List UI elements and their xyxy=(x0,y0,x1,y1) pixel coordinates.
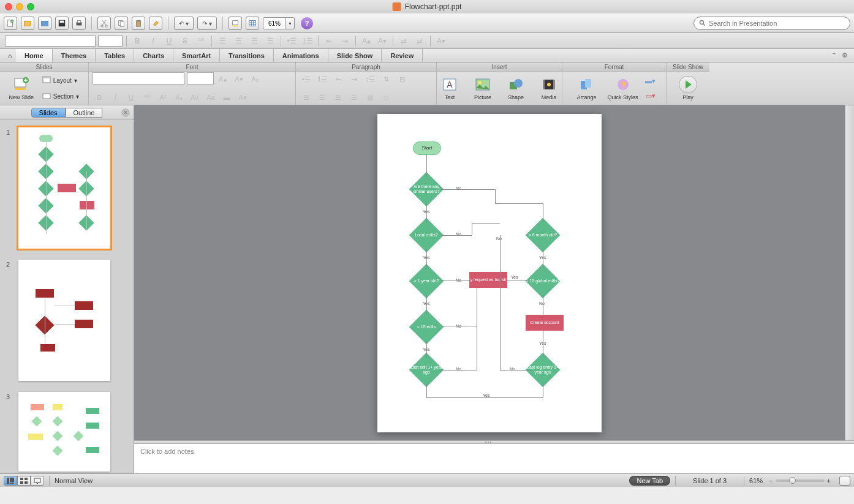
open-url-button[interactable] xyxy=(38,17,51,30)
zoom-in-icon[interactable]: + xyxy=(827,477,831,484)
new-slide-button[interactable]: New Slide xyxy=(6,72,37,104)
fill-color-button[interactable]: ▬▾ xyxy=(644,74,657,88)
change-case-button[interactable]: Aa xyxy=(204,91,217,104)
decrease-font-button[interactable]: A▾ xyxy=(376,35,389,47)
columns-button[interactable]: ▥ xyxy=(363,91,377,104)
bullets-button[interactable]: •☰ xyxy=(285,35,298,47)
copy-button[interactable] xyxy=(115,17,128,30)
search-input[interactable] xyxy=(709,20,845,27)
ribbon-fontsize-combo[interactable] xyxy=(187,72,214,85)
fc-decision-last-log[interactable]: Last log entry 1+ year ago xyxy=(526,353,560,387)
slide-thumbnail-2[interactable] xyxy=(18,260,110,381)
fc-decision-15-global[interactable]: > 15 global edits? xyxy=(526,264,560,298)
cut-button[interactable] xyxy=(97,17,111,30)
tab-home[interactable]: Home xyxy=(16,49,53,62)
save-button[interactable] xyxy=(55,17,69,30)
tab-tables[interactable]: Tables xyxy=(96,49,134,62)
ribbon-align-right[interactable]: ☰ xyxy=(331,91,345,104)
strikethrough-button[interactable]: S xyxy=(178,35,192,47)
convert-smartart-button[interactable]: ◇ xyxy=(379,91,393,104)
text-direction-button[interactable]: ⇄ xyxy=(397,35,410,47)
sidebar-tab-outline[interactable]: Outline xyxy=(66,108,103,118)
zoom-dropdown[interactable]: ▼ xyxy=(286,17,295,29)
help-button[interactable]: ? xyxy=(301,17,313,29)
ribbon-superscript[interactable]: A² xyxy=(156,91,170,104)
zoom-out-icon[interactable]: − xyxy=(769,477,773,484)
vertical-scrollbar[interactable] xyxy=(845,105,854,440)
sorter-view-button[interactable] xyxy=(17,476,31,486)
clear-format-button[interactable]: ᴬᴮ xyxy=(194,35,208,47)
fc-decision-local-edits[interactable]: Local edits? xyxy=(409,218,444,252)
window-zoom-button[interactable] xyxy=(27,3,34,10)
increase-font-button[interactable]: A▴ xyxy=(360,35,373,47)
new-doc-button[interactable] xyxy=(4,17,17,30)
layout-button[interactable]: Layout ▾ xyxy=(39,73,82,87)
ribbon-align-left[interactable]: ☰ xyxy=(300,91,313,104)
play-button[interactable]: Play xyxy=(673,72,703,104)
fit-to-window-button[interactable] xyxy=(839,476,850,486)
ribbon-justify[interactable]: ☰ xyxy=(347,91,361,104)
ribbon-italic[interactable]: I xyxy=(108,91,122,104)
paste-button[interactable] xyxy=(132,17,145,30)
insert-media-button[interactable]: Media xyxy=(534,72,564,104)
fc-decision-15-edits[interactable]: < 15 edits xyxy=(409,310,444,344)
sidebar-tab-slides[interactable]: Slides xyxy=(31,108,66,118)
ribbon-align-center[interactable]: ☰ xyxy=(316,91,329,104)
font-name-combo[interactable] xyxy=(5,36,96,47)
ribbon-font-combo[interactable] xyxy=(93,72,184,85)
numbering-button[interactable]: 1☰ xyxy=(301,35,314,47)
fc-decision-last-edit[interactable]: Last edit 1+ year ago xyxy=(409,353,444,387)
slide-thumbnail-3[interactable] xyxy=(18,392,110,472)
align-right-button[interactable]: ☰ xyxy=(248,35,261,47)
justify-button[interactable]: ☰ xyxy=(263,35,277,47)
ribbon-strike[interactable]: ᴬᴮ xyxy=(140,91,154,104)
fc-decision-6-month[interactable]: > 6 month old? xyxy=(526,218,560,252)
tab-themes[interactable]: Themes xyxy=(53,49,96,62)
ribbon-settings-icon[interactable]: ⚙ xyxy=(842,51,848,59)
shrink-font-button[interactable]: A▾ xyxy=(232,72,246,86)
increase-indent-button[interactable]: ⇥ xyxy=(338,35,352,47)
tab-review[interactable]: Review xyxy=(382,49,423,62)
highlight-button[interactable]: ▬ xyxy=(220,91,233,104)
fc-process-create-account[interactable]: Create account xyxy=(526,315,564,331)
align-center-button[interactable]: ☰ xyxy=(232,35,245,47)
font-color-button[interactable]: A▾ xyxy=(434,35,448,47)
font-size-combo[interactable] xyxy=(98,36,123,47)
clear-formatting-button[interactable]: Aᵦ xyxy=(248,72,262,86)
arrange-button[interactable]: Arrange xyxy=(572,72,602,104)
char-spacing-button[interactable]: AV xyxy=(188,91,202,104)
slideshow-view-button[interactable] xyxy=(31,476,44,486)
sidebar-close-button[interactable]: ✕ xyxy=(121,108,130,117)
fc-start[interactable]: Start xyxy=(413,141,441,155)
new-tab-pill[interactable]: New Tab xyxy=(629,476,670,486)
new-slide-toolbar-button[interactable] xyxy=(229,17,242,30)
ribbon-bold[interactable]: B xyxy=(93,91,106,104)
text-direction2-button[interactable]: ⇄ xyxy=(413,35,426,47)
tab-smartart[interactable]: SmartArt xyxy=(173,49,220,62)
align-text-ribbon[interactable]: ⊟ xyxy=(395,72,409,86)
window-close-button[interactable] xyxy=(5,3,12,10)
insert-text-button[interactable]: AText xyxy=(434,72,465,104)
ribbon-numbering[interactable]: 1☰ xyxy=(316,72,329,86)
slide[interactable]: Start Are there any similar users? No Ye… xyxy=(377,114,602,432)
insert-shape-button[interactable]: Shape xyxy=(501,72,531,104)
text-direction-ribbon[interactable]: ⇅ xyxy=(379,72,393,86)
slide-thumbnail-1[interactable] xyxy=(18,127,110,249)
tab-slideshow[interactable]: Slide Show xyxy=(328,49,382,62)
home-icon[interactable]: ⌂ xyxy=(4,49,16,62)
tab-transitions[interactable]: Transitions xyxy=(220,49,274,62)
line-spacing-button[interactable]: ↕☰ xyxy=(363,72,377,86)
collapse-ribbon-button[interactable]: ⌃ xyxy=(831,51,837,59)
print-button[interactable] xyxy=(72,17,86,30)
format-painter-button[interactable] xyxy=(149,17,162,30)
slide-viewport[interactable]: Start Are there any similar users? No Ye… xyxy=(134,105,845,440)
font-color-ribbon-button[interactable]: A▾ xyxy=(236,91,249,104)
ribbon-underline[interactable]: U xyxy=(124,91,138,104)
italic-button[interactable]: I xyxy=(146,35,160,47)
ribbon-dec-indent[interactable]: ⇤ xyxy=(331,72,345,86)
underline-button[interactable]: U xyxy=(162,35,176,47)
redo-button[interactable]: ↷ ▾ xyxy=(197,17,217,30)
decrease-indent-button[interactable]: ⇤ xyxy=(322,35,336,47)
window-minimize-button[interactable] xyxy=(16,3,23,10)
ribbon-inc-indent[interactable]: ⇥ xyxy=(347,72,361,86)
